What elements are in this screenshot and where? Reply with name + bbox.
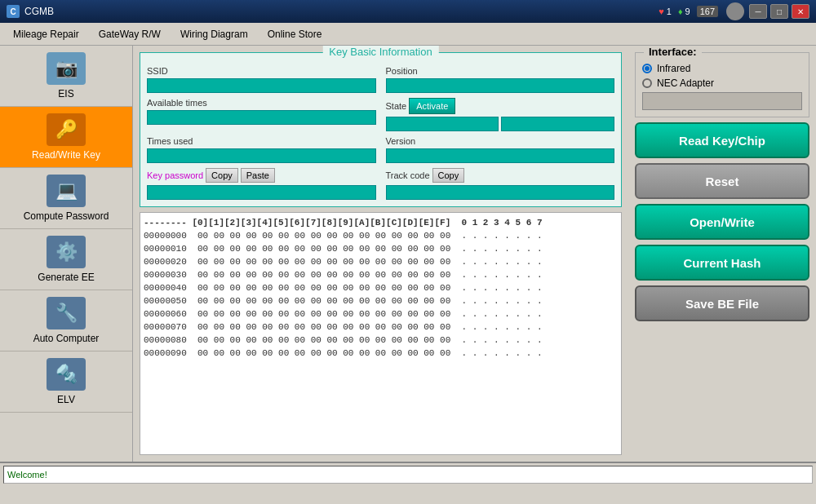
hex-row: 00000070 00 00 00 00 00 00 00 00 00 00 0… [144, 321, 618, 334]
elv-icon: 🔩 [47, 358, 86, 391]
key-password-copy-button[interactable]: Copy [206, 168, 238, 183]
activate-button[interactable]: Activate [409, 98, 455, 114]
key-info-grid: SSID Position Available times State [147, 66, 614, 200]
track-code-copy-button[interactable]: Copy [432, 168, 465, 183]
infrared-label: Infrared [657, 63, 690, 74]
ssid-input[interactable] [147, 78, 376, 93]
key-password-label-row: Key password Copy Paste [147, 168, 376, 183]
state-input1[interactable] [386, 117, 499, 131]
title-stats: ♥ 1 ♦ 9 167 [659, 6, 718, 17]
key-password-label: Key password [147, 170, 203, 180]
generate-ee-label: Generate EE [38, 272, 94, 283]
sidebar-item-eis[interactable]: 📷 EIS [0, 46, 132, 107]
hex-dump: -------- [0][1][2][3][4][5][6][7][8][9][… [140, 212, 622, 455]
app-title: CGMB [24, 6, 659, 17]
menu-wiring[interactable]: Wiring Diagram [171, 25, 258, 43]
position-input[interactable] [386, 78, 615, 93]
hex-row: 00000010 00 00 00 00 00 00 00 00 00 00 0… [144, 242, 618, 255]
save-be-file-button[interactable]: Save BE File [635, 285, 809, 321]
title-bar: C CGMB ♥ 1 ♦ 9 167 ─ □ ✕ [0, 0, 816, 23]
version-group: Version [386, 136, 615, 163]
status-bar: Welcome! [0, 462, 816, 486]
nec-radio-dot[interactable] [642, 78, 652, 88]
sidebar: 📷 EIS 🔑 Read/Write Key 💻 Compute Passwor… [0, 46, 133, 462]
read-write-key-label: Read/Write Key [32, 149, 100, 161]
read-key-chip-button[interactable]: Read Key/Chip [635, 122, 809, 158]
elv-label: ELV [57, 394, 75, 405]
center-content: Key Basic Information SSID Position Avai… [133, 46, 628, 462]
times-used-input[interactable] [147, 148, 376, 163]
state-label: State [386, 101, 407, 111]
available-times-group: Available times [147, 98, 376, 131]
sidebar-item-generate-ee[interactable]: ⚙️ Generate EE [0, 229, 132, 290]
auto-computer-icon: 🔧 [47, 297, 86, 329]
counter-box: 167 [697, 6, 718, 17]
times-used-label: Times used [147, 136, 376, 146]
compute-password-icon: 💻 [47, 175, 86, 207]
available-times-label: Available times [147, 98, 376, 108]
state-input2[interactable] [501, 117, 614, 131]
window-controls[interactable]: ─ □ ✕ [749, 4, 809, 19]
state-group: State Activate [386, 98, 615, 131]
times-used-group: Times used [147, 136, 376, 163]
track-code-group: Track code Copy [386, 168, 615, 200]
hex-row: 00000060 00 00 00 00 00 00 00 00 00 00 0… [144, 307, 618, 321]
status-inner: Welcome! [3, 466, 813, 484]
menu-bar: Mileage Repair GateWay R/W Wiring Diagra… [0, 23, 816, 46]
key-password-group: Key password Copy Paste [147, 168, 376, 200]
sidebar-item-compute-password[interactable]: 💻 Compute Password [0, 168, 132, 229]
ssid-group: SSID [147, 66, 376, 93]
eis-label: EIS [58, 88, 73, 99]
track-code-label: Track code [386, 170, 430, 180]
close-button[interactable]: ✕ [792, 4, 809, 19]
state-inputs [386, 117, 615, 131]
interface-title: Interface: [644, 46, 702, 58]
open-write-button[interactable]: Open/Write [635, 204, 809, 240]
hex-row: 00000040 00 00 00 00 00 00 00 00 00 00 0… [144, 281, 618, 294]
generate-ee-icon: ⚙️ [47, 236, 86, 268]
radio-infrared[interactable]: Infrared [642, 63, 802, 74]
app-icon: C [7, 5, 20, 18]
eis-icon: 📷 [47, 52, 86, 85]
radio-nec[interactable]: NEC Adapter [642, 77, 802, 89]
heart-icon: ♥ [659, 7, 664, 16]
ssid-label: SSID [147, 66, 376, 76]
infrared-radio-dot[interactable] [642, 64, 652, 73]
interface-input[interactable] [642, 92, 802, 110]
position-group: Position [386, 66, 615, 93]
hex-row: 00000090 00 00 00 00 00 00 00 00 00 00 0… [144, 347, 618, 360]
hearts-badge: ♥ 1 [659, 7, 672, 16]
menu-gateway[interactable]: GateWay R/W [89, 25, 171, 43]
hex-row: 00000020 00 00 00 00 00 00 00 00 00 00 0… [144, 255, 618, 268]
state-label-row: State Activate [386, 98, 615, 114]
reset-button[interactable]: Reset [635, 163, 809, 199]
right-panel: Interface: Infrared NEC Adapter Read Key… [628, 46, 816, 462]
diamonds-count: 9 [685, 7, 690, 16]
track-code-input[interactable] [386, 185, 615, 200]
hearts-count: 1 [667, 7, 672, 16]
main-container: 📷 EIS 🔑 Read/Write Key 💻 Compute Passwor… [0, 46, 816, 462]
key-password-paste-button[interactable]: Paste [241, 168, 275, 183]
track-code-label-row: Track code Copy [386, 168, 615, 183]
minimize-button[interactable]: ─ [749, 4, 767, 19]
sidebar-item-auto-computer[interactable]: 🔧 Auto Computer [0, 290, 132, 351]
maximize-button[interactable]: □ [770, 4, 788, 19]
status-text: Welcome! [7, 470, 47, 480]
sidebar-item-read-write-key[interactable]: 🔑 Read/Write Key [0, 107, 132, 168]
hex-header: -------- [0][1][2][3][4][5][6][7][8][9][… [144, 216, 618, 229]
version-label: Version [386, 136, 615, 146]
hex-row: 00000080 00 00 00 00 00 00 00 00 00 00 0… [144, 334, 618, 347]
radio-group: Infrared NEC Adapter [642, 63, 802, 89]
read-write-key-icon: 🔑 [47, 113, 86, 146]
sidebar-item-elv[interactable]: 🔩 ELV [0, 351, 132, 413]
nec-label: NEC Adapter [657, 77, 714, 89]
menu-mileage-repair[interactable]: Mileage Repair [3, 25, 89, 43]
current-hash-button[interactable]: Current Hash [635, 245, 809, 281]
interface-box: Interface: Infrared NEC Adapter [635, 52, 809, 117]
menu-store[interactable]: Online Store [258, 25, 332, 43]
version-input[interactable] [386, 148, 615, 163]
available-times-input[interactable] [147, 110, 376, 125]
compute-password-label: Compute Password [24, 210, 109, 222]
diamond-icon: ♦ [678, 7, 683, 16]
key-password-input[interactable] [147, 185, 376, 200]
